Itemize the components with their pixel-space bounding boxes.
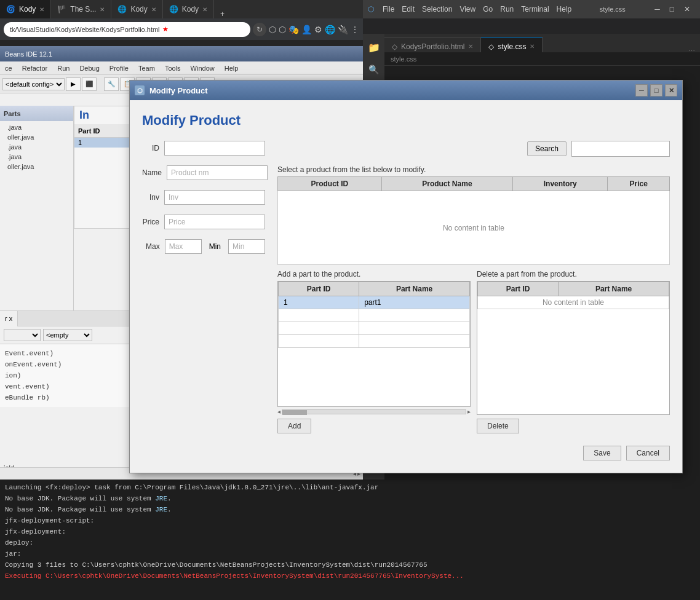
explorer-icon[interactable]: 📁 <box>365 39 383 56</box>
ext-icon-1[interactable]: ⬡ <box>269 25 276 34</box>
nb-tab-r[interactable]: r x <box>0 311 18 326</box>
url-input[interactable]: tk/VisualStudio/KodysWebsite/KodysPortfo… <box>4 22 250 37</box>
search-button[interactable]: Search <box>527 141 567 156</box>
ext-icon-3[interactable]: 🎭 <box>288 25 299 34</box>
vscode-menu-view[interactable]: View <box>456 5 479 14</box>
vscode-menu-edit[interactable]: Edit <box>398 5 418 14</box>
search-input[interactable] <box>571 141 670 157</box>
browser-tab-kody2[interactable]: 🌐 Kody ✕ <box>111 0 162 18</box>
scroll-thumb[interactable] <box>282 410 307 415</box>
config-select[interactable]: <default config> <box>2 78 65 90</box>
vscode-menu-selection[interactable]: Selection <box>418 5 456 14</box>
file-item-java5[interactable]: oller.java <box>2 162 71 172</box>
price-input[interactable] <box>164 215 265 229</box>
ext-icon-6[interactable]: 🌐 <box>325 25 335 34</box>
ext-icon-2[interactable]: ⬡ <box>279 25 286 34</box>
console-line-7: jar: <box>5 548 695 559</box>
browser-tab-kody1[interactable]: 🌀 Kody ✕ <box>0 0 51 18</box>
console-line-5: jfx-deployment: <box>5 526 695 537</box>
nb-menu-run[interactable]: Run <box>52 65 74 72</box>
ext-icon-7[interactable]: 🔌 <box>338 25 348 34</box>
dialog-maximize-button[interactable]: □ <box>650 84 662 97</box>
console-line-8: Copying 3 files to C:\Users\cphtk\OneDri… <box>5 559 695 570</box>
vscode-close[interactable]: ✕ <box>679 5 695 14</box>
product-table: Product ID Product Name Inventory Price … <box>277 176 670 265</box>
browser-tab-kody3[interactable]: 🌐 Kody ✕ <box>163 0 214 18</box>
tab-close-icon[interactable]: ✕ <box>39 6 44 13</box>
netbeans-menubar: ce Refactor Run Debug Profile Team Tools… <box>0 61 363 75</box>
add-tab-button[interactable]: + <box>214 10 231 18</box>
output-console: Launching <fx:deploy> task from C:\Progr… <box>0 480 700 600</box>
browser-tab-the-s[interactable]: 🏴 The S... ✕ <box>51 0 111 18</box>
dialog-titlebar: ⬡ Modify Product ─ □ ✕ <box>130 81 682 100</box>
min-input[interactable] <box>228 239 265 254</box>
ext-icon-5[interactable]: ⚙ <box>314 25 322 34</box>
vscode-menu-terminal[interactable]: Terminal <box>517 5 552 14</box>
add-button[interactable]: Add <box>277 419 311 433</box>
max-input[interactable] <box>165 239 202 254</box>
nb-var-select[interactable] <box>4 329 41 341</box>
save-button[interactable]: Save <box>583 446 621 460</box>
parts-table-row[interactable] <box>279 322 470 335</box>
inv-label: Inv <box>142 193 159 202</box>
nb-menu-help[interactable]: Help <box>220 65 244 72</box>
cancel-button[interactable]: Cancel <box>626 446 670 460</box>
add-parts-table-container: Part ID Part Name 1 part1 <box>277 281 471 407</box>
vscode-menu-file[interactable]: File <box>379 5 398 14</box>
scroll-left-icon[interactable]: ◂ <box>277 408 280 415</box>
del-part-id-header: Part ID <box>478 282 559 296</box>
toolbar-btn-3[interactable]: 🔧 <box>104 77 119 91</box>
add-part-name-header: Part Name <box>359 282 470 296</box>
nb-menu-team[interactable]: Team <box>133 65 160 72</box>
product-table-section: Select a product from the list below to … <box>277 165 670 265</box>
tab-close-icon[interactable]: ✕ <box>530 43 535 50</box>
parts-table-row[interactable] <box>279 309 470 322</box>
file-item-java2[interactable]: oller.java <box>2 132 71 142</box>
vscode-menu-run[interactable]: Run <box>496 5 517 14</box>
vscode-minimize[interactable]: ─ <box>650 5 665 14</box>
id-input[interactable] <box>164 141 265 156</box>
part-name-cell <box>359 309 470 322</box>
scroll-track[interactable] <box>282 409 466 414</box>
nb-menu-window[interactable]: Window <box>186 65 220 72</box>
tab-close-icon[interactable]: ✕ <box>468 43 473 50</box>
tab-close-icon[interactable]: ✕ <box>202 6 207 13</box>
nb-menu-tools[interactable]: Tools <box>160 65 186 72</box>
tab-favicon: 🌀 <box>6 5 15 14</box>
refresh-icon[interactable]: ↻ <box>253 23 266 36</box>
modify-product-dialog: ⬡ Modify Product ─ □ ✕ Modify Product ID <box>129 80 683 473</box>
delete-button[interactable]: Delete <box>477 419 519 433</box>
vscode-maximize[interactable]: □ <box>665 5 679 14</box>
name-input[interactable] <box>167 165 268 180</box>
add-part-section: Add a part to the product. Part ID Part … <box>277 270 471 433</box>
parts-file-list: .java oller.java .java .java oller.java <box>0 121 73 173</box>
toolbar-btn-1[interactable]: ▶ <box>66 77 81 91</box>
price-label: Price <box>142 218 159 226</box>
search-icon[interactable]: 🔍 <box>365 61 383 78</box>
vscode-menu-help[interactable]: Help <box>553 5 576 14</box>
nb-empty-select[interactable]: <empty <box>43 329 92 341</box>
menu-icon[interactable]: ⋮ <box>351 25 359 34</box>
dialog-close-button[interactable]: ✕ <box>665 84 677 97</box>
tab-favicon: 🌐 <box>169 5 178 14</box>
add-parts-table: Part ID Part Name 1 part1 <box>278 282 470 348</box>
nb-menu-profile[interactable]: Profile <box>105 65 133 72</box>
file-item-java1[interactable]: .java <box>2 122 71 132</box>
parts-table-row[interactable]: 1 part1 <box>279 296 470 309</box>
nb-menu-ce[interactable]: ce <box>0 65 17 72</box>
dialog-minimize-button[interactable]: ─ <box>635 84 648 97</box>
bookmark-icon[interactable]: ★ <box>162 25 169 33</box>
toolbar-btn-2[interactable]: ⬛ <box>82 77 97 91</box>
tab-label: Kody <box>130 5 147 14</box>
vscode-menu-go[interactable]: Go <box>479 5 496 14</box>
tab-close-icon[interactable]: ✕ <box>100 6 105 13</box>
scroll-right-icon[interactable]: ▸ <box>467 408 471 415</box>
parts-table-row[interactable] <box>279 335 470 348</box>
nb-menu-refactor[interactable]: Refactor <box>17 65 53 72</box>
tab-close-icon[interactable]: ✕ <box>151 6 156 13</box>
file-item-java4[interactable]: .java <box>2 152 71 162</box>
inv-input[interactable] <box>164 190 265 205</box>
nb-menu-debug[interactable]: Debug <box>74 65 104 72</box>
ext-icon-4[interactable]: 👤 <box>301 25 312 34</box>
file-item-java3[interactable]: .java <box>2 142 71 152</box>
